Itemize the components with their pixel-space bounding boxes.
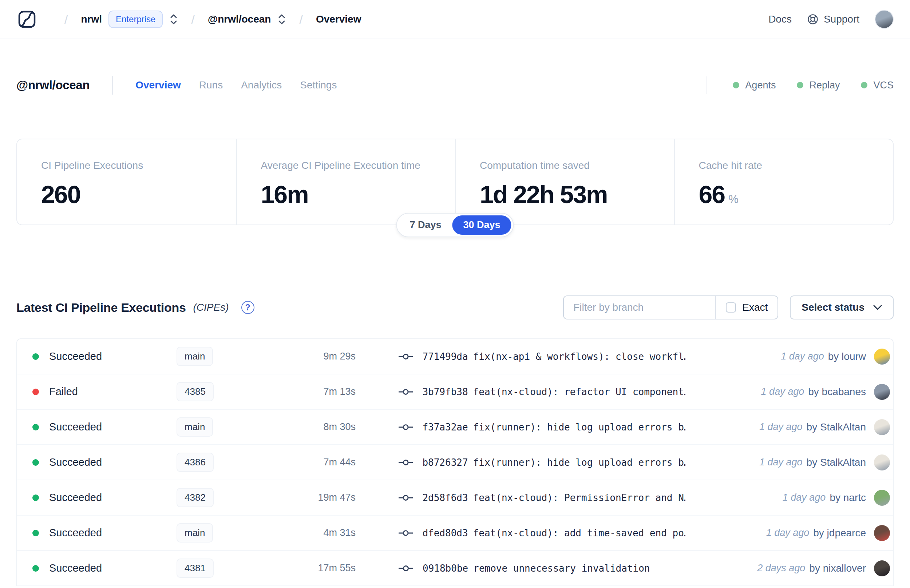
commit-icon <box>399 494 413 502</box>
cipe-row[interactable]: Succeeded 4386 7m 44s b8726327fix(runner… <box>17 445 893 480</box>
status-dot-icon <box>32 494 39 501</box>
indicator-agents[interactable]: Agents <box>733 80 776 91</box>
date-range-toggle: 7 Days 30 Days <box>396 213 514 237</box>
status-select-label: Select status <box>802 302 865 313</box>
time-ago: 1 day ago <box>761 386 805 397</box>
cipe-row[interactable]: Succeeded 4381 17m 55s 0918b0beremove un… <box>17 551 893 586</box>
stats-cards-container: CI Pipeline Executions 260 Average CI Pi… <box>16 139 894 225</box>
commit-message: fix(runner): hide log upload errors b… <box>473 457 685 468</box>
commit-hash: 2d58f6d3 <box>422 492 468 503</box>
author-avatar <box>874 419 890 435</box>
indicator-label: Agents <box>745 80 776 91</box>
commit-hash: b8726327 <box>422 457 468 468</box>
chevron-updown-icon <box>169 13 178 26</box>
commit-text: b8726327fix(runner): hide log upload err… <box>422 457 685 468</box>
workspace-switcher-button[interactable] <box>277 13 286 26</box>
stat-label: Computation time saved <box>480 160 659 171</box>
status-label: Succeeded <box>49 421 102 433</box>
help-icon[interactable]: ? <box>241 301 254 314</box>
breadcrumb-workspace[interactable]: @nrwl/ocean <box>208 13 271 25</box>
user-avatar[interactable] <box>875 10 894 29</box>
cipe-row[interactable]: Succeeded main 8m 30s f37a32aefix(runner… <box>17 410 893 445</box>
commit-hash: dfed80d3 <box>422 528 468 538</box>
tab-settings[interactable]: Settings <box>300 79 337 91</box>
stat-card-time-saved: Computation time saved 1d 22h 53m <box>455 139 674 225</box>
workspace-title: @nrwl/ocean <box>16 78 89 92</box>
author: by StalkAltan <box>807 422 866 433</box>
indicator-label: Replay <box>809 80 840 91</box>
support-label: Support <box>824 13 860 25</box>
section-title: Latest CI Pipeline Executions <box>16 300 186 315</box>
status-select-dropdown[interactable]: Select status <box>790 296 894 320</box>
green-dot-icon <box>861 82 867 89</box>
green-dot-icon <box>733 82 739 89</box>
time-ago: 1 day ago <box>781 351 824 362</box>
stat-value: 260 <box>41 180 221 208</box>
indicator-vcs[interactable]: VCS <box>861 80 894 91</box>
time-ago: 2 days ago <box>757 562 805 574</box>
status-label: Succeeded <box>49 351 102 362</box>
time-ago: 1 day ago <box>782 492 826 503</box>
author-avatar <box>874 384 890 400</box>
commit-hash: 771499da <box>422 351 468 362</box>
duration: 8m 30s <box>297 422 373 433</box>
stat-value: 16m <box>261 180 441 208</box>
commit-icon <box>399 529 413 537</box>
author: by lourw <box>828 351 866 362</box>
lifebuoy-icon <box>807 13 819 25</box>
indicator-replay[interactable]: Replay <box>797 80 840 91</box>
tab-overview[interactable]: Overview <box>136 79 181 91</box>
cipe-row[interactable]: Succeeded 4382 19m 47s 2d58f6d3feat(nx-c… <box>17 480 893 515</box>
stat-unit: % <box>728 193 739 205</box>
org-switcher-button[interactable] <box>169 13 178 26</box>
enterprise-badge[interactable]: Enterprise <box>108 11 163 28</box>
author: by nixallover <box>809 562 866 574</box>
workspace-header: @nrwl/ocean Overview Runs Analytics Sett… <box>0 75 910 95</box>
branch-filter-input[interactable] <box>564 296 715 319</box>
exact-checkbox[interactable] <box>726 302 736 313</box>
commit-text: 2d58f6d3feat(nx-cloud): PermissionError … <box>422 492 685 503</box>
branch-badge: 4385 <box>176 382 214 401</box>
range-30-days-button[interactable]: 30 Days <box>452 215 511 235</box>
nx-cloud-logo-icon <box>16 9 37 30</box>
support-link[interactable]: Support <box>807 13 860 25</box>
duration: 7m 13s <box>297 386 373 397</box>
breadcrumb-separator: / <box>299 12 302 27</box>
stat-value: 66% <box>699 180 879 208</box>
cipe-row[interactable]: Failed 4385 7m 13s 3b79fb38feat(nx-cloud… <box>17 375 893 410</box>
author: by nartc <box>829 492 866 504</box>
breadcrumb-org[interactable]: nrwl <box>81 13 102 25</box>
commit-message: feat(nx-cloud): PermissionError and N… <box>473 492 685 503</box>
cipe-table: Succeeded main 9m 29s 771499dafix(nx-api… <box>16 338 894 586</box>
status-label: Succeeded <box>49 562 102 574</box>
commit-message: fix(nx-api & workflows): close workfl… <box>473 351 685 362</box>
nx-cloud-logo[interactable] <box>16 9 37 30</box>
docs-link[interactable]: Docs <box>768 13 792 25</box>
cipe-row[interactable]: Succeeded main 9m 29s 771499dafix(nx-api… <box>17 339 893 375</box>
duration: 9m 29s <box>297 351 373 362</box>
tab-analytics[interactable]: Analytics <box>241 79 282 91</box>
commit-message: feat(nx-cloud): refactor UI component… <box>473 386 685 397</box>
commit-text: 771499dafix(nx-api & workflows): close w… <box>422 351 685 362</box>
branch-badge: 4386 <box>176 452 214 472</box>
exact-checkbox-label[interactable]: Exact <box>742 302 768 313</box>
commit-text: dfed80d3feat(nx-cloud): add time-saved e… <box>422 528 685 538</box>
commit-icon <box>399 352 413 360</box>
branch-badge: main <box>176 347 213 366</box>
time-ago: 1 day ago <box>766 527 810 538</box>
branch-badge: main <box>176 417 213 437</box>
status-dot-icon <box>32 424 39 430</box>
time-ago: 1 day ago <box>759 457 803 468</box>
stat-value: 1d 22h 53m <box>480 180 659 208</box>
author-avatar <box>874 561 890 577</box>
top-navbar: / nrwl Enterprise / @nrwl/ocean / Overvi… <box>0 0 910 39</box>
tab-runs[interactable]: Runs <box>199 79 223 91</box>
status-label: Succeeded <box>49 456 102 468</box>
workspace-tabs: Overview Runs Analytics Settings <box>136 79 337 91</box>
author-avatar <box>874 525 890 541</box>
breadcrumb-page[interactable]: Overview <box>316 13 362 25</box>
status-indicators: Agents Replay VCS <box>733 80 894 91</box>
stat-card-avg-time: Average CI Pipeline Execution time 16m <box>236 139 455 225</box>
cipe-row[interactable]: Succeeded main 4m 31s dfed80d3feat(nx-cl… <box>17 515 893 551</box>
range-7-days-button[interactable]: 7 Days <box>399 215 452 235</box>
